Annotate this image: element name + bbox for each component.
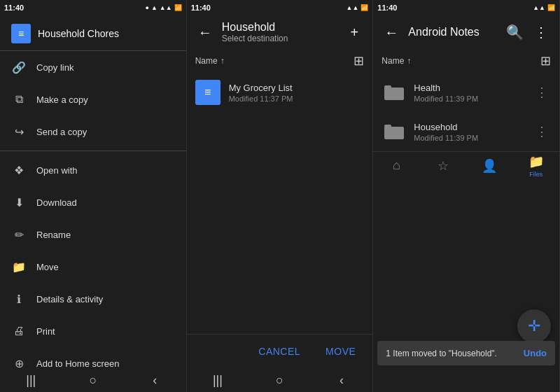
toolbar-title-3: Android Notes xyxy=(408,26,498,38)
folder-add-button[interactable]: + xyxy=(342,20,367,45)
nav-menu-btn-2[interactable]: ||| xyxy=(204,370,232,391)
back-button-3[interactable]: ← xyxy=(379,20,404,45)
search-button-3[interactable]: 🔍 xyxy=(502,20,527,45)
menu-item-details[interactable]: ℹ Details & activity xyxy=(0,283,186,315)
menu-divider-1 xyxy=(0,150,186,151)
nav-back-btn-1[interactable]: ‹ xyxy=(141,370,169,391)
status-time-1: 11:40 xyxy=(4,4,24,12)
file-meta-grocery: Modified 11:37 PM xyxy=(229,94,365,103)
copy-link-label: Copy link xyxy=(36,62,74,73)
svg-rect-4 xyxy=(384,125,391,128)
people-nav-icon: 👤 xyxy=(482,158,497,174)
bottom-nav-people[interactable]: 👤 xyxy=(466,155,512,176)
folder-more-household[interactable]: ⋮ xyxy=(533,121,551,142)
bottom-nav-star[interactable]: ☆ xyxy=(420,155,466,176)
menu-item-send-copy[interactable]: ↪ Send a copy xyxy=(0,115,186,148)
status-time-3: 11:40 xyxy=(377,4,397,12)
menu-item-make-copy[interactable]: ⧉ Make a copy xyxy=(0,83,186,115)
menu-item-add-home[interactable]: ⊕ Add to Home screen xyxy=(0,347,186,368)
android-notes-panel: 11:40 ▲▲ 📶 ← Android Notes 🔍 ⋮ Name ↑ ⊞ xyxy=(373,0,560,392)
status-icons-1: ● ▲ ▲▲ 📶 xyxy=(145,4,181,11)
status-time-2: 11:40 xyxy=(191,4,211,12)
print-icon: 🖨 xyxy=(11,323,27,339)
svg-rect-2 xyxy=(384,85,391,89)
toolbar-subtitle-2: Select destination xyxy=(222,34,338,43)
sort-label-2[interactable]: Name ↑ xyxy=(195,56,225,66)
status-icons-3: ▲▲ 📶 xyxy=(533,4,555,11)
bottom-actions-2: Cancel Move xyxy=(187,334,373,368)
files-nav-label: Files xyxy=(529,171,542,178)
file-doc-icon-grocery: ≡ xyxy=(195,80,220,105)
folder-name-health: Health xyxy=(414,83,526,93)
download-label: Download xyxy=(36,197,77,208)
file-list-header-2: Name ↑ ⊞ xyxy=(187,49,373,73)
status-bar-1: 11:40 ● ▲ ▲▲ 📶 xyxy=(0,0,186,15)
toolbar-title-block-2: Household Select destination xyxy=(222,21,338,43)
menu-header-title: Household Chores xyxy=(38,28,119,39)
bottom-nav-3: ⌂ ☆ 👤 📁 Files xyxy=(373,151,559,179)
file-name-grocery: My Grocery List xyxy=(229,83,365,93)
send-copy-icon: ↪ xyxy=(11,124,27,139)
menu-item-copy-link[interactable]: 🔗 Copy link xyxy=(0,51,186,83)
folder-item-household[interactable]: Household Modified 11:39 PM ⋮ xyxy=(373,112,559,151)
move-button[interactable]: Move xyxy=(320,342,361,361)
add-home-icon: ⊕ xyxy=(11,356,27,368)
snackbar: 1 Item moved to "Household". Undo xyxy=(377,341,555,365)
menu-item-print[interactable]: 🖨 Print xyxy=(0,315,186,347)
snackbar-undo-button[interactable]: Undo xyxy=(524,348,547,358)
folder-more-health[interactable]: ⋮ xyxy=(533,82,551,103)
folder-meta-household: Modified 11:39 PM xyxy=(414,134,526,142)
more-button-3[interactable]: ⋮ xyxy=(528,20,554,45)
select-destination-panel: 11:40 ▲▲ 📶 ← Household Select destinatio… xyxy=(187,0,374,392)
menu-list: 🔗 Copy link ⧉ Make a copy ↪ Send a copy … xyxy=(0,51,186,368)
nav-home-btn-2[interactable]: ○ xyxy=(265,370,293,391)
fab-icon: ✛ xyxy=(528,317,540,335)
details-label: Details & activity xyxy=(36,294,103,304)
toolbar-2: ← Household Select destination + xyxy=(187,15,373,49)
folder-meta-health: Modified 11:39 PM xyxy=(414,94,526,103)
cancel-button[interactable]: Cancel xyxy=(253,342,306,361)
copy-link-icon: 🔗 xyxy=(11,59,27,75)
open-with-label: Open with xyxy=(36,165,78,176)
file-list-2: ≡ My Grocery List Modified 11:37 PM xyxy=(187,73,373,112)
nav-menu-btn-1[interactable]: ||| xyxy=(17,370,45,391)
sort-arrow-2: ↑ xyxy=(220,56,225,66)
folder-name-household: Household xyxy=(414,122,526,132)
sort-arrow-3: ↑ xyxy=(407,56,411,66)
snackbar-text: 1 Item moved to "Household". xyxy=(386,349,497,358)
toolbar-title-2: Household xyxy=(222,21,338,34)
sort-label-3[interactable]: Name ↑ xyxy=(382,56,411,66)
menu-item-open-with[interactable]: ❖ Open with xyxy=(0,154,186,186)
nav-bar-2: ||| ○ ‹ xyxy=(187,368,373,392)
nav-home-btn-1[interactable]: ○ xyxy=(79,370,107,391)
toolbar-title-block-3: Android Notes xyxy=(408,26,498,38)
bottom-nav-files[interactable]: 📁 Files xyxy=(513,151,559,181)
send-copy-label: Send a copy xyxy=(36,127,87,137)
star-nav-icon: ☆ xyxy=(438,158,449,174)
make-copy-label: Make a copy xyxy=(36,94,88,105)
file-item-grocery[interactable]: ≡ My Grocery List Modified 11:37 PM xyxy=(187,73,373,112)
toolbar-icons-3: 🔍 ⋮ xyxy=(502,20,554,45)
back-button-2[interactable]: ← xyxy=(192,20,218,45)
bottom-nav-home[interactable]: ⌂ xyxy=(373,155,419,176)
doc-icon: ≡ xyxy=(11,24,31,43)
make-copy-icon: ⧉ xyxy=(11,92,27,107)
files-nav-icon: 📁 xyxy=(528,154,544,169)
fab-button[interactable]: ✛ xyxy=(517,309,551,343)
open-with-icon: ❖ xyxy=(11,162,27,178)
print-label: Print xyxy=(36,326,55,337)
folder-icon-health xyxy=(382,80,407,105)
menu-item-download[interactable]: ⬇ Download xyxy=(0,186,186,218)
menu-item-rename[interactable]: ✏ Rename xyxy=(0,218,186,251)
folder-item-health[interactable]: Health Modified 11:39 PM ⋮ xyxy=(373,73,559,112)
menu-item-move[interactable]: 📁 Move xyxy=(0,251,186,283)
grid-toggle-3[interactable]: ⊞ xyxy=(540,53,551,69)
rename-label: Rename xyxy=(36,230,71,240)
grid-toggle-2[interactable]: ⊞ xyxy=(354,53,364,69)
rename-icon: ✏ xyxy=(11,227,27,242)
status-bar-2: 11:40 ▲▲ 📶 xyxy=(187,0,373,15)
nav-back-btn-2[interactable]: ‹ xyxy=(328,370,356,391)
folder-icon-household xyxy=(382,119,407,144)
sort-text-3: Name xyxy=(382,56,404,66)
details-icon: ℹ xyxy=(11,291,27,307)
